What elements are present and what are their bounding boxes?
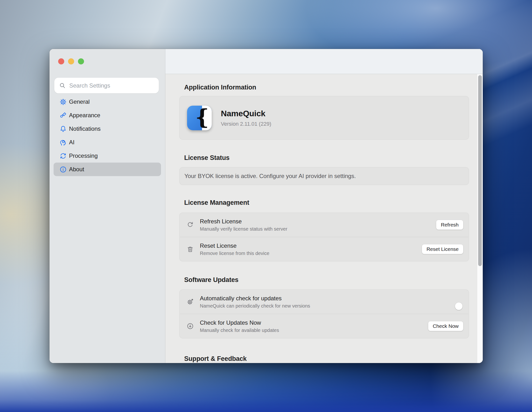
zoom-button[interactable] (78, 58, 84, 64)
license-status-card: Your BYOK license is active. Configure y… (179, 167, 469, 185)
sidebar-item-label: General (69, 98, 90, 105)
sidebar-item-appearance[interactable]: Appearance (54, 109, 161, 122)
app-name: NameQuick (221, 109, 271, 118)
download-circle-icon (187, 322, 194, 330)
bell-icon (59, 125, 67, 133)
section-heading-license-status: License Status (184, 153, 470, 162)
search-input[interactable] (69, 82, 159, 89)
close-button[interactable] (58, 58, 64, 64)
sidebar-item-processing[interactable]: Processing (54, 149, 161, 163)
sidebar: General Appearance Notif (49, 49, 165, 363)
search-field[interactable] (54, 78, 159, 93)
sidebar-item-label: Appearance (69, 112, 100, 119)
auto-update-row: Automatically check for updates NameQuic… (180, 290, 469, 314)
section-heading-application-information: Application Information (184, 83, 470, 92)
row-title: Refresh License (200, 218, 287, 225)
software-updates-card: Automatically check for updates NameQuic… (179, 289, 469, 339)
window-controls (58, 58, 84, 64)
refresh-license-row: Refresh License Manually verify license … (180, 213, 469, 237)
minimize-button[interactable] (68, 58, 74, 64)
info-icon (59, 166, 67, 173)
sidebar-nav: General Appearance Notif (54, 95, 161, 176)
row-title: Check for Updates Now (200, 319, 279, 326)
refresh-button[interactable]: Refresh (436, 220, 463, 230)
row-subtitle: NameQuick can periodically check for new… (200, 303, 310, 309)
sidebar-item-general[interactable]: General (54, 95, 161, 109)
refresh-icon (187, 221, 194, 229)
about-settings-content: Application Information { NameQuick Vers… (165, 74, 483, 363)
section-heading-license-management: License Management (184, 198, 470, 207)
row-title: Reset License (200, 242, 269, 249)
sidebar-item-label: AI (69, 139, 75, 146)
app-version: Version 2.11.01 (229) (221, 121, 271, 127)
search-icon (59, 82, 66, 89)
main-pane: Application Information { NameQuick Vers… (165, 49, 483, 363)
license-status-message: Your BYOK license is active. Configure y… (184, 173, 356, 179)
row-subtitle: Manually verify license status with serv… (200, 226, 287, 232)
gear-icon (59, 98, 67, 106)
scrollbar-thumb[interactable] (478, 75, 482, 266)
trash-icon (187, 246, 194, 253)
reset-license-button[interactable]: Reset License (422, 244, 463, 254)
check-now-button[interactable]: Check Now (428, 321, 463, 331)
sidebar-item-ai[interactable]: AI (54, 136, 161, 149)
row-title: Automatically check for updates (200, 295, 310, 302)
sidebar-item-notifications[interactable]: Notifications (54, 122, 161, 136)
sidebar-item-label: Processing (69, 152, 98, 159)
row-subtitle: Remove license from this device (200, 251, 269, 256)
sync-icon (59, 152, 67, 160)
check-updates-row: Check for Updates Now Manually check for… (180, 314, 469, 338)
sidebar-item-about[interactable]: About (54, 163, 161, 176)
brace-glyph: { (195, 106, 209, 129)
settings-window: General Appearance Notif (49, 49, 483, 363)
namequick-app-icon: { (187, 106, 212, 130)
sidebar-item-label: Notifications (69, 125, 101, 132)
scrollbar-track[interactable] (477, 74, 483, 363)
section-heading-software-updates: Software Updates (184, 275, 470, 284)
gear-badge-icon (187, 298, 194, 305)
application-info-card: { NameQuick Version 2.11.01 (229) (179, 96, 469, 140)
row-subtitle: Manually check for available updates (200, 328, 279, 333)
sidebar-item-label: About (69, 166, 84, 173)
license-management-card: Refresh License Manually verify license … (179, 212, 469, 261)
ai-head-icon (59, 139, 67, 146)
paintbrush-icon (59, 112, 67, 119)
title-bar (165, 49, 483, 74)
section-heading-support-feedback: Support & Feedback (184, 354, 470, 363)
reset-license-row: Reset License Remove license from this d… (180, 237, 469, 261)
